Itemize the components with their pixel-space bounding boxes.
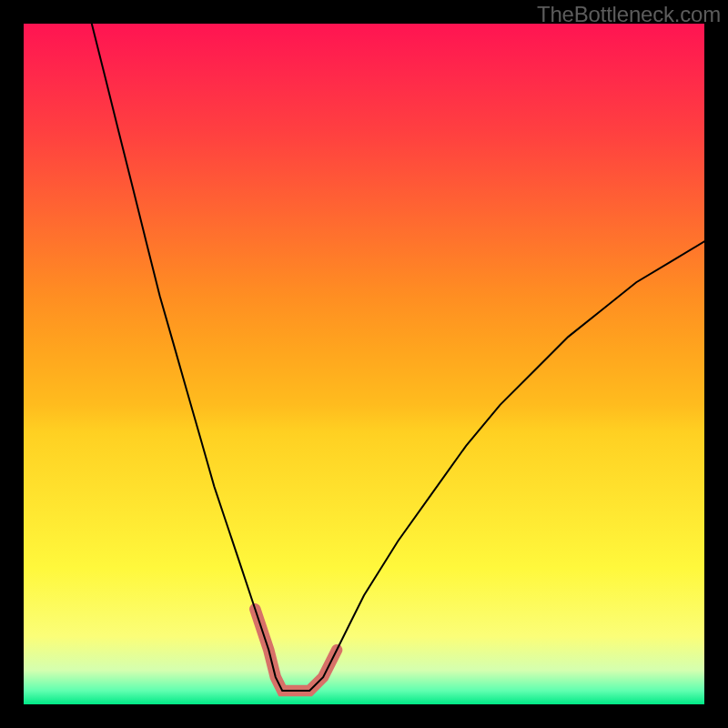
bottleneck-curve <box>92 24 704 691</box>
highlight-band <box>255 609 337 691</box>
curve-svg <box>24 24 704 704</box>
plot-area <box>24 24 704 704</box>
